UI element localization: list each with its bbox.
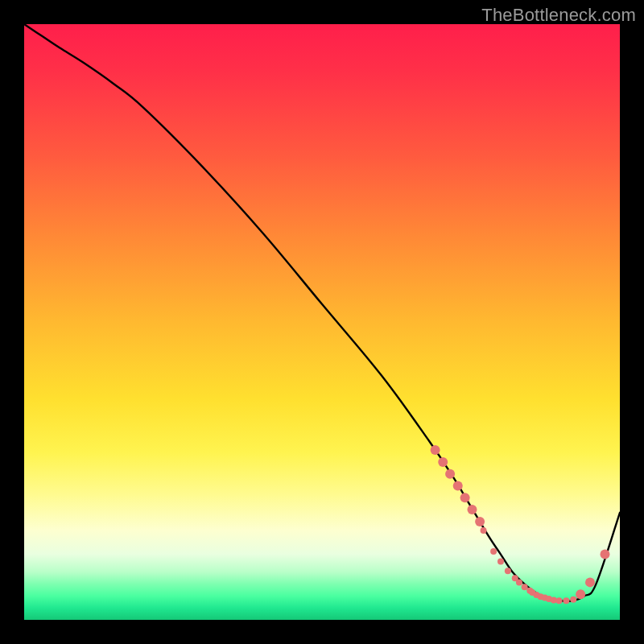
highlight-dot — [460, 493, 470, 502]
highlight-dot — [475, 517, 485, 526]
highlight-dot — [522, 584, 528, 590]
highlight-dot — [570, 597, 576, 603]
bottleneck-curve — [24, 24, 620, 601]
highlight-dot — [490, 548, 497, 555]
highlight-dots — [431, 445, 610, 604]
highlight-dot — [516, 579, 522, 585]
highlight-dot — [438, 457, 448, 467]
plot-area — [24, 24, 620, 620]
highlight-dot — [453, 481, 463, 491]
chart-stage: TheBottleneck.com — [0, 0, 644, 644]
highlight-dot — [445, 469, 455, 479]
highlight-dot — [497, 558, 504, 564]
curve-layer — [24, 24, 620, 620]
highlight-dot — [431, 445, 440, 455]
watermark-text: TheBottleneck.com — [481, 5, 636, 26]
highlight-dot — [556, 597, 563, 604]
highlight-dot — [563, 597, 569, 604]
highlight-dot — [576, 589, 585, 599]
highlight-dot — [601, 550, 610, 559]
highlight-dot — [467, 505, 477, 514]
highlight-dot — [481, 527, 487, 534]
highlight-dot — [585, 577, 595, 587]
highlight-dot — [505, 568, 511, 574]
